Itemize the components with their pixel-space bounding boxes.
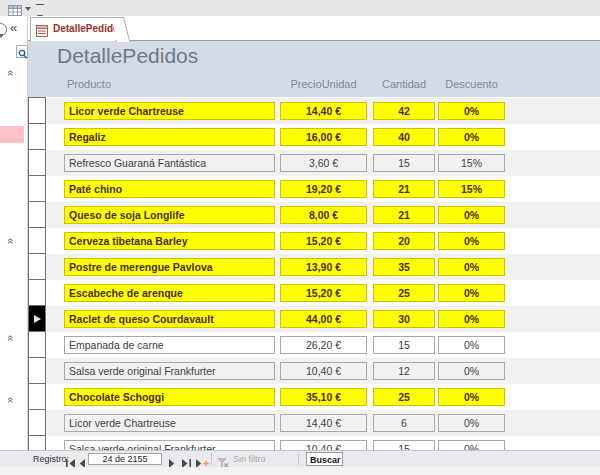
navigator-separator	[211, 453, 212, 465]
expand-navigation-pane-button[interactable]: «	[10, 20, 17, 35]
cell-preciounidad[interactable]: 10,40 €	[280, 362, 367, 380]
ribbon-options-icon[interactable]	[0, 23, 7, 36]
record-navigator: Registro: 24 de 2155 Sin filtro Buscar	[0, 450, 600, 467]
first-record-button[interactable]	[66, 454, 78, 465]
cell-descuento[interactable]: 0%	[438, 310, 505, 328]
record-selector[interactable]	[28, 357, 46, 384]
cell-producto[interactable]: Licor verde Chartreuse	[64, 102, 275, 120]
column-header-preciounidad: PrecioUnidad	[280, 78, 367, 90]
record-selector[interactable]	[28, 123, 46, 150]
cell-producto[interactable]: Escabeche de arenque	[64, 284, 275, 302]
cell-descuento[interactable]: 15%	[438, 154, 505, 172]
cell-preciounidad[interactable]: 10,40 €	[280, 440, 367, 450]
record-selector[interactable]	[28, 409, 46, 436]
cell-preciounidad[interactable]: 26,20 €	[280, 336, 367, 354]
record-selector[interactable]	[28, 383, 46, 410]
cell-cantidad[interactable]: 15	[373, 154, 435, 172]
current-record-arrow-icon	[34, 315, 41, 323]
table-row: Regaliz 16,00 € 40 0%	[45, 124, 600, 150]
form-title: DetallePedidos	[57, 44, 198, 68]
cell-descuento[interactable]: 0%	[438, 336, 505, 354]
cell-descuento[interactable]: 0%	[438, 258, 505, 276]
new-record-button[interactable]	[195, 454, 211, 465]
cell-producto[interactable]: Cerveza tibetana Barley	[64, 232, 275, 250]
cell-descuento[interactable]: 0%	[438, 414, 505, 432]
record-selector[interactable]	[28, 435, 46, 450]
nav-group-chevron-icon[interactable]: «	[5, 335, 17, 341]
nav-group-chevron-icon[interactable]: «	[5, 397, 17, 403]
column-header-descuento: Descuento	[438, 78, 505, 90]
cell-cantidad[interactable]: 25	[373, 284, 435, 302]
table-row: Postre de merengue Pavlova 13,90 € 35 0%	[45, 254, 600, 280]
cell-descuento[interactable]: 0%	[438, 362, 505, 380]
cell-preciounidad[interactable]: 3,60 €	[280, 154, 367, 172]
record-selector[interactable]	[28, 201, 46, 228]
cell-cantidad[interactable]: 20	[373, 232, 435, 250]
cell-cantidad[interactable]: 25	[373, 388, 435, 406]
cell-descuento[interactable]: 0%	[438, 284, 505, 302]
cell-cantidad[interactable]: 12	[373, 362, 435, 380]
cell-cantidad[interactable]: 21	[373, 206, 435, 224]
cell-preciounidad[interactable]: 13,90 €	[280, 258, 367, 276]
column-header-producto: Producto	[67, 78, 111, 90]
cell-cantidad[interactable]: 35	[373, 258, 435, 276]
cell-cantidad[interactable]: 40	[373, 128, 435, 146]
nav-group-chevron-icon[interactable]: «	[5, 238, 17, 244]
record-selector[interactable]	[28, 149, 46, 176]
cell-cantidad[interactable]: 6	[373, 414, 435, 432]
cell-cantidad[interactable]: 30	[373, 310, 435, 328]
tab-detallepedidos[interactable]: DetallePedidos	[30, 17, 116, 41]
cell-preciounidad[interactable]: 15,20 €	[280, 232, 367, 250]
cell-preciounidad[interactable]: 14,40 €	[280, 102, 367, 120]
record-selector[interactable]	[28, 279, 46, 306]
record-selector[interactable]	[28, 227, 46, 254]
record-selector[interactable]	[28, 331, 46, 358]
cell-descuento[interactable]: 15%	[438, 180, 505, 198]
cell-producto[interactable]: Postre de merengue Pavlova	[64, 258, 275, 276]
cell-producto[interactable]: Refresco Guaraná Fantástica	[64, 154, 275, 172]
cell-preciounidad[interactable]: 15,20 €	[280, 284, 367, 302]
cell-descuento[interactable]: 0%	[438, 388, 505, 406]
record-selector[interactable]	[28, 305, 46, 332]
cell-cantidad[interactable]: 21	[373, 180, 435, 198]
cell-producto[interactable]: Licor verde Chartreuse	[64, 414, 275, 432]
table-row: Chocolate Schoggi 35,10 € 25 0%	[45, 384, 600, 410]
record-search-input[interactable]: Buscar	[306, 452, 343, 466]
cell-descuento[interactable]: 0%	[438, 440, 505, 450]
next-record-button[interactable]	[168, 454, 180, 465]
table-row: Escabeche de arenque 15,20 € 25 0%	[45, 280, 600, 306]
cell-cantidad[interactable]: 15	[373, 336, 435, 354]
cell-preciounidad[interactable]: 35,10 €	[280, 388, 367, 406]
record-selector[interactable]	[28, 253, 46, 280]
cell-descuento[interactable]: 0%	[438, 128, 505, 146]
cell-producto[interactable]: Queso de soja Longlife	[64, 206, 275, 224]
cell-preciounidad[interactable]: 16,00 €	[280, 128, 367, 146]
cell-producto[interactable]: Salsa verde original Frankfurter	[64, 440, 275, 450]
cell-producto[interactable]: Paté chino	[64, 180, 275, 198]
cell-producto[interactable]: Salsa verde original Frankfurter	[64, 362, 275, 380]
filter-state-label[interactable]: Sin filtro	[233, 454, 266, 464]
cell-preciounidad[interactable]: 8,00 €	[280, 206, 367, 224]
cell-descuento[interactable]: 0%	[438, 102, 505, 120]
nav-highlighted-item[interactable]	[0, 126, 24, 143]
cell-preciounidad[interactable]: 14,40 €	[280, 414, 367, 432]
record-selector[interactable]	[28, 97, 46, 124]
cell-producto[interactable]: Empanada de carne	[64, 336, 275, 354]
record-selector[interactable]	[28, 175, 46, 202]
nav-group-chevron-icon[interactable]: «	[5, 70, 17, 76]
search-button[interactable]	[16, 45, 28, 58]
cell-preciounidad[interactable]: 44,00 €	[280, 310, 367, 328]
cell-producto[interactable]: Chocolate Schoggi	[64, 388, 275, 406]
last-record-button[interactable]	[181, 454, 193, 465]
cell-descuento[interactable]: 0%	[438, 232, 505, 250]
cell-producto[interactable]: Regaliz	[64, 128, 275, 146]
table-row: Salsa verde original Frankfurter 10,40 €…	[45, 358, 600, 384]
record-position-box[interactable]: 24 de 2155	[88, 453, 162, 465]
view-dropdown-caret-icon[interactable]	[25, 7, 31, 11]
quick-access-toolbar	[0, 0, 600, 16]
cell-producto[interactable]: Raclet de queso Courdavault	[64, 310, 275, 328]
cell-preciounidad[interactable]: 19,20 €	[280, 180, 367, 198]
cell-descuento[interactable]: 0%	[438, 206, 505, 224]
cell-cantidad[interactable]: 42	[373, 102, 435, 120]
cell-cantidad[interactable]: 15	[373, 440, 435, 450]
